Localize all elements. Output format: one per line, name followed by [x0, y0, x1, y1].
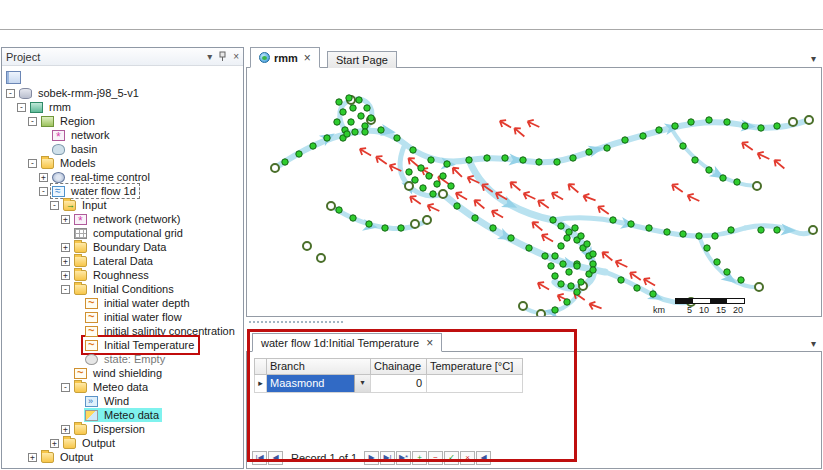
pin-icon[interactable] [218, 51, 227, 62]
tree-item[interactable]: -water flow 1d [2, 184, 243, 198]
branch-combo-value[interactable]: Maasmond [267, 375, 354, 392]
tree-item[interactable]: Meteo data [2, 408, 243, 422]
tree-item[interactable]: +Output [2, 436, 243, 450]
tab-label: rmm [274, 52, 298, 64]
expand-icon[interactable]: + [50, 439, 59, 448]
tree-item[interactable]: initial water depth [2, 296, 243, 310]
lateral-arrow-icon [536, 197, 551, 211]
initial-temperature-grid: Branch Chainage Temperature [°C] ▸ Maasm… [254, 358, 523, 393]
tree-item[interactable]: +Boundary Data [2, 240, 243, 254]
cancel-edit-button[interactable]: × [460, 451, 475, 465]
map-canvas[interactable] [247, 68, 821, 316]
tree-item[interactable]: -Initial Conditions [2, 282, 243, 296]
chevron-down-icon[interactable]: ▾ [811, 53, 816, 64]
panel-view-icon[interactable] [6, 71, 21, 84]
tree-item[interactable]: initial water flow [2, 310, 243, 324]
tree-item-label: sobek-rmm-j98_5-v1 [36, 87, 141, 99]
record-navigator: |◀◀Record 1 of 1▶▶|▶*+−✓×◀ [252, 451, 492, 465]
expand-icon[interactable]: + [61, 271, 70, 280]
chevron-down-icon[interactable]: ▾ [207, 52, 212, 62]
scalebar-ticks: km 5101520 [653, 305, 745, 315]
next-record-button[interactable]: ▶ [364, 451, 379, 465]
expand-icon[interactable]: + [61, 215, 70, 224]
temperature-cell[interactable] [427, 375, 523, 393]
tree-item[interactable]: +Roughness [2, 268, 243, 282]
prev-record-button[interactable]: ◀ [268, 451, 283, 465]
tree-item[interactable]: -Input [2, 198, 243, 212]
collapse-icon[interactable]: - [39, 187, 48, 196]
tree-item[interactable]: +Output [2, 450, 243, 464]
expander-spacer [72, 355, 81, 364]
expand-icon[interactable]: + [61, 257, 70, 266]
map-node [362, 129, 368, 135]
tree-item-label: Input [80, 199, 108, 211]
tree-item[interactable]: +Lateral Data [2, 254, 243, 268]
last-record-button[interactable]: ▶| [380, 451, 395, 465]
tab-start-page[interactable]: Start Page [327, 51, 397, 68]
collapse-icon[interactable]: - [61, 285, 70, 294]
map-node [680, 231, 686, 237]
column-header-branch[interactable]: Branch [267, 358, 371, 375]
tree-item[interactable]: -rmm [2, 100, 243, 114]
expand-icon[interactable]: + [61, 425, 70, 434]
expand-icon[interactable]: + [61, 243, 70, 252]
collapse-icon[interactable]: - [6, 89, 15, 98]
tree-item[interactable]: -Region [2, 114, 243, 128]
lateral-arrow-icon [740, 139, 755, 153]
tree-item[interactable]: network [2, 128, 243, 142]
expand-icon[interactable]: + [39, 173, 48, 182]
map-node [584, 241, 590, 247]
collapse-icon[interactable]: - [28, 117, 37, 126]
close-icon[interactable]: × [304, 53, 311, 63]
folder-icon [63, 438, 76, 449]
column-header-temperature[interactable]: Temperature [°C] [427, 358, 523, 375]
tree-item[interactable]: -sobek-rmm-j98_5-v1 [2, 86, 243, 100]
tree-item[interactable]: Wind [2, 394, 243, 408]
collapse-icon[interactable]: - [17, 103, 26, 112]
map-node [448, 183, 454, 189]
combo-dropdown-button[interactable]: ▾ [354, 375, 370, 392]
tree-item[interactable]: basin [2, 142, 243, 156]
chainage-cell[interactable]: 0 [371, 375, 427, 393]
tree-item[interactable]: +Dispersion [2, 422, 243, 436]
append-record-button[interactable]: + [412, 451, 427, 465]
tree-item[interactable]: +network (network) [2, 212, 243, 226]
map-document[interactable]: km 5101520 [246, 67, 822, 317]
edit-record-button[interactable]: ◀ [476, 451, 491, 465]
splitter-grip[interactable] [249, 321, 343, 323]
lateral-arrow-icon [508, 179, 523, 193]
collapse-icon[interactable]: - [28, 159, 37, 168]
tree-item[interactable]: computational grid [2, 226, 243, 240]
tree-item[interactable]: initial salinity concentration [2, 324, 243, 338]
chevron-down-icon[interactable]: ▾ [811, 338, 816, 349]
first-record-button[interactable]: |◀ [252, 451, 267, 465]
map-node [350, 105, 356, 111]
tree-item[interactable]: -Meteo data [2, 380, 243, 394]
tree-item[interactable]: Initial Temperature [2, 338, 243, 352]
branch-cell[interactable]: Maasmond ▾ [267, 375, 371, 393]
map-node [558, 223, 564, 229]
tree-item[interactable]: state: Empty [2, 352, 243, 366]
collapse-icon[interactable]: - [50, 201, 59, 210]
delete-record-button[interactable]: − [428, 451, 443, 465]
map-node [550, 217, 556, 223]
new-record-button[interactable]: ▶* [396, 451, 411, 465]
column-header-chainage[interactable]: Chainage [371, 358, 427, 375]
tree-item-label: computational grid [91, 227, 185, 239]
map-node [574, 263, 580, 269]
tab-initial-temperature[interactable]: water flow 1d:Initial Temperature × [252, 333, 442, 352]
map-node [618, 277, 624, 283]
tree-item[interactable]: -Models [2, 156, 243, 170]
close-icon[interactable]: × [426, 338, 433, 348]
lateral-arrow-icon [358, 146, 373, 159]
post-edit-button[interactable]: ✓ [444, 451, 459, 465]
tree-item[interactable]: +real-time control [2, 170, 243, 184]
lateral-arrow-icon [526, 118, 541, 131]
close-icon[interactable]: × [233, 52, 239, 62]
tree-item-label: Wind [102, 395, 131, 407]
map-node [688, 119, 694, 125]
collapse-icon[interactable]: - [61, 383, 70, 392]
expand-icon[interactable]: + [28, 453, 37, 462]
tab-rmm[interactable]: rmm × [250, 47, 320, 68]
tree-item[interactable]: wind shielding [2, 366, 243, 380]
